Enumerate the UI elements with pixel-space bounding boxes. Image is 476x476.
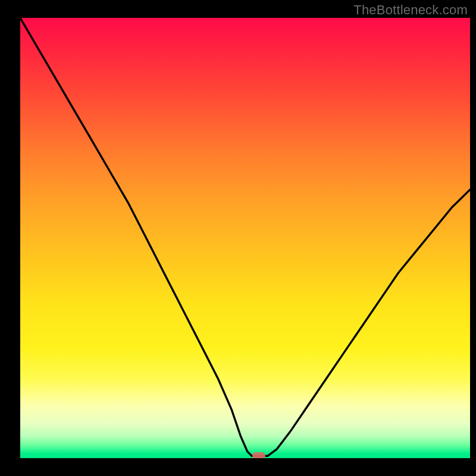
optimal-point-marker <box>252 452 265 458</box>
bottleneck-curve <box>20 18 470 458</box>
chart-stage: TheBottleneck.com <box>0 0 476 476</box>
watermark-text: TheBottleneck.com <box>353 2 468 18</box>
curve-path <box>20 18 470 456</box>
plot-area <box>20 18 470 458</box>
